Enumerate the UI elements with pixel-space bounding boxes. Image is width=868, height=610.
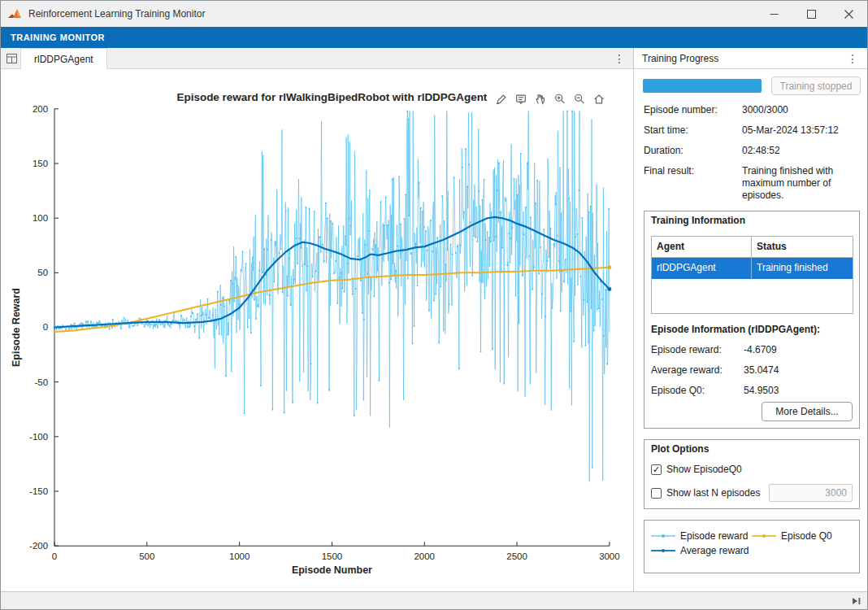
table-cell-agent: rlDDPGAgent [652, 258, 752, 279]
axes-toolbar [493, 92, 607, 107]
y-axis-label: Episode Reward [11, 288, 22, 367]
series-episode-reward [54, 111, 610, 482]
episode-number-label: Episode number: [644, 104, 740, 115]
maximize-icon[interactable] [792, 1, 830, 27]
episode-q0-swatch-icon [752, 532, 776, 540]
app-window: Reinforcement Learning Training Monitor … [0, 0, 868, 610]
svg-text:0: 0 [52, 551, 57, 561]
episode-information-title: Episode Information (rlDDPGAgent): [651, 324, 820, 335]
panel-body: Training stopped Episode number: 3000/30… [634, 69, 867, 591]
document-layout-icon[interactable] [4, 52, 19, 65]
toolstrip-ribbon: TRAINING MONITOR [1, 27, 867, 48]
training-progress-bar [643, 79, 762, 93]
window-controls [755, 1, 867, 27]
minimize-icon[interactable] [755, 1, 792, 27]
svg-text:500: 500 [139, 551, 154, 561]
checkbox-last-n-icon[interactable] [651, 488, 662, 499]
show-last-n-checkbox[interactable]: Show last N episodes [651, 487, 760, 499]
start-time-label: Start time: [644, 124, 740, 136]
legend-average-reward: Average reward [651, 545, 749, 556]
start-time-value: 05-Mar-2024 13:57:12 [742, 124, 859, 137]
svg-text:-50: -50 [34, 377, 48, 387]
titlebar: Reinforcement Learning Training Monitor [1, 1, 867, 27]
average-reward-value: 35.0474 [744, 364, 779, 376]
brush-icon[interactable] [493, 92, 510, 107]
table-header-row: Agent Status [652, 237, 853, 258]
document-overflow-menu-icon[interactable]: ⋮ [612, 50, 627, 67]
svg-text:50: 50 [37, 268, 48, 277]
training-progress-panel: Training Progress ⋮ Training stopped Epi… [634, 48, 867, 591]
episode-q0-label: Episode Q0: [651, 385, 705, 396]
plot-options-box: Plot Options ✓ Show EpisodeQ0 Show last … [644, 439, 860, 509]
average-reward-swatch-icon [651, 547, 675, 555]
svg-text:-200: -200 [29, 541, 48, 551]
svg-text:100: 100 [33, 213, 48, 223]
checkbox-episodeq0-icon[interactable]: ✓ [651, 464, 662, 475]
episode-reward-value: -4.6709 [744, 344, 777, 355]
restore-view-icon[interactable] [591, 92, 607, 107]
document-panel: rlDDPGAgent ⋮ [1, 48, 633, 591]
episode-q0-value: 54.9503 [744, 385, 779, 396]
svg-text:2000: 2000 [414, 551, 435, 561]
tab-rlddpgagent[interactable]: rlDDPGAgent [20, 48, 107, 69]
episode-reward-swatch-icon [651, 532, 675, 540]
final-result-value: Training finished with maximum number of… [742, 165, 859, 202]
last-n-episodes-input[interactable] [769, 484, 853, 502]
x-axis-label: Episode Number [292, 564, 372, 576]
chart-container: Episode reward for rlWalkingBipedRobot w… [1, 69, 633, 591]
training-information-box: Training Information Agent Status rlDDPG… [644, 211, 860, 429]
average-reward-label: Average reward: [651, 364, 723, 376]
table-cell-status: Training finished [752, 258, 853, 279]
svg-text:-150: -150 [29, 486, 48, 496]
statusbar [1, 591, 867, 609]
svg-text:3000: 3000 [599, 551, 619, 561]
table-row[interactable]: rlDDPGAgent Training finished [652, 258, 853, 279]
panel-header: Training Progress ⋮ [634, 48, 867, 69]
episode-number-value: 3000/3000 [742, 104, 859, 116]
zoom-in-icon[interactable] [552, 92, 568, 107]
legend-episode-q0: Episode Q0 [752, 530, 832, 542]
zoom-out-icon[interactable] [571, 92, 588, 107]
svg-text:1500: 1500 [322, 551, 342, 561]
svg-text:0: 0 [43, 322, 48, 332]
show-episodeq0-checkbox[interactable]: ✓ Show EpisodeQ0 [651, 464, 742, 475]
legend-episode-q0-label: Episode Q0 [781, 530, 832, 542]
collapse-panel-icon[interactable] [849, 595, 862, 607]
tab-training-monitor[interactable]: TRAINING MONITOR [11, 33, 105, 42]
pan-icon[interactable] [532, 92, 549, 107]
legend-episode-reward: Episode reward [651, 530, 748, 542]
svg-text:150: 150 [33, 159, 48, 168]
table-header-status: Status [752, 237, 853, 257]
plot-options-title: Plot Options [651, 443, 709, 455]
more-details-button[interactable]: More Details... [762, 402, 853, 421]
datatips-icon[interactable] [513, 92, 529, 107]
training-stopped-button[interactable]: Training stopped [771, 76, 861, 95]
show-episodeq0-label: Show EpisodeQ0 [666, 464, 742, 475]
show-last-n-label: Show last N episodes [666, 487, 760, 499]
panel-overflow-menu-icon[interactable]: ⋮ [846, 52, 859, 65]
legend-episode-reward-label: Episode reward [680, 530, 748, 542]
svg-text:200: 200 [33, 104, 48, 114]
training-information-title: Training Information [651, 215, 745, 226]
close-icon[interactable] [830, 1, 867, 27]
table-header-agent: Agent [652, 237, 752, 257]
svg-text:2500: 2500 [506, 551, 527, 561]
legend-average-reward-label: Average reward [680, 545, 749, 556]
final-result-label: Final result: [644, 165, 740, 176]
duration-value: 02:48:52 [742, 145, 859, 157]
duration-label: Duration: [644, 145, 740, 156]
document-tabbar: rlDDPGAgent ⋮ [1, 48, 633, 69]
chart-legend-box: Episode reward Episode Q0 Average reward [644, 520, 860, 573]
chart-title: Episode reward for rlWalkingBipedRobot w… [177, 91, 488, 103]
episode-reward-label: Episode reward: [651, 344, 722, 355]
agent-status-table[interactable]: Agent Status rlDDPGAgent Training finish… [651, 236, 853, 314]
matlab-logo-icon [7, 7, 22, 20]
window-title: Reinforcement Learning Training Monitor [28, 8, 205, 20]
tab-label: rlDDPGAgent [34, 54, 93, 65]
panel-title: Training Progress [642, 53, 718, 64]
episode-reward-chart[interactable]: Episode reward for rlWalkingBipedRobot w… [1, 69, 633, 591]
progress-bar-fill [643, 79, 762, 93]
svg-text:-100: -100 [29, 432, 48, 442]
svg-text:1000: 1000 [229, 551, 250, 561]
